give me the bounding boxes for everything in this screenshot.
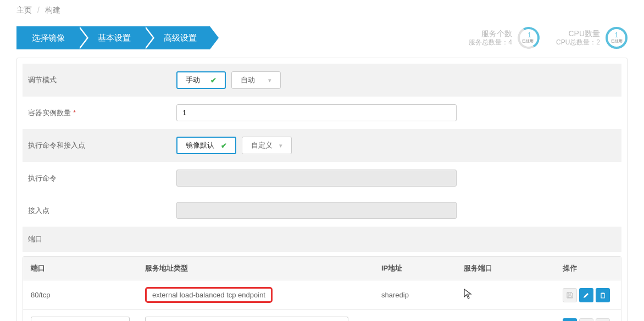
donut-services-icon: 1 已使用 — [515, 25, 542, 52]
th-actions: 操作 — [555, 257, 621, 280]
cell-ip: sharedip — [374, 280, 456, 310]
breadcrumb-home[interactable]: 主页 — [16, 5, 32, 14]
donut-cpu-icon: 1 已使用 — [606, 27, 628, 49]
cmd-input — [176, 170, 457, 187]
image-default-button[interactable]: 镜像默认 ✔ — [176, 137, 236, 154]
mode-auto-button[interactable]: 自动 ▾ — [231, 71, 281, 89]
ports-section-title: 端口 — [23, 227, 621, 252]
save-button — [563, 288, 577, 302]
stat-cpu: CPU数量 CPU总数量：2 1 已使用 — [556, 27, 628, 49]
step-select-image[interactable]: 选择镜像 — [16, 26, 78, 49]
addr-type-highlight: external load-balanced tcp endpoint — [145, 287, 273, 303]
edit-icon — [583, 292, 590, 299]
cell-service-port — [456, 280, 555, 310]
entry-input — [176, 202, 457, 219]
delete-button[interactable] — [596, 288, 610, 302]
th-service-port: 服务端口 — [456, 257, 555, 280]
label-instances: 容器实例数量* — [23, 108, 176, 118]
ports-table: 端口 服务地址类型 IP地址 服务端口 操作 80/tcp external l… — [23, 256, 621, 321]
label-cmd: 执行命令 — [23, 173, 176, 183]
cell-service-port — [456, 310, 555, 321]
label-entry: 接入点 — [23, 206, 176, 216]
check-icon: ✔ — [210, 76, 216, 85]
table-row: 80/tcp external load-balanced tcp endpoi… — [23, 280, 621, 310]
mode-manual-button[interactable]: 手动 ✔ — [176, 71, 226, 89]
breadcrumb: 主页 / 构建 — [0, 0, 644, 21]
trash-icon — [599, 292, 606, 299]
check-icon: ✔ — [221, 142, 227, 150]
chevron-down-icon: ▾ — [268, 77, 271, 84]
custom-button[interactable]: 自定义 ▾ — [242, 137, 292, 154]
addr-type-select[interactable]: tcp-endpoint ▼ — [145, 317, 348, 321]
label-cmd-entry: 执行命令和接入点 — [23, 140, 176, 150]
wizard-steps: 选择镜像 基本设置 高级设置 — [16, 26, 210, 49]
table-row: tcp-endpoint ▼ sharedip — [23, 310, 621, 321]
instances-input[interactable] — [176, 104, 457, 121]
th-addr-type: 服务地址类型 — [137, 257, 374, 280]
cursor-icon — [464, 289, 473, 297]
breadcrumb-current: 构建 — [45, 5, 60, 14]
stat-services: 服务个数 服务总数量：4 1 已使用 — [469, 27, 540, 49]
cell-ip: sharedip — [374, 310, 456, 321]
label-mode: 调节模式 — [23, 75, 176, 85]
th-ip: IP地址 — [374, 257, 456, 280]
th-port: 端口 — [23, 257, 137, 280]
chevron-down-icon: ▾ — [279, 142, 282, 149]
cell-port: 80/tcp — [23, 280, 137, 310]
port-input[interactable] — [31, 317, 130, 321]
edit-button — [579, 318, 593, 322]
delete-button — [596, 318, 610, 322]
edit-button[interactable] — [579, 288, 593, 302]
save-icon — [567, 292, 573, 299]
save-button[interactable] — [563, 318, 577, 322]
